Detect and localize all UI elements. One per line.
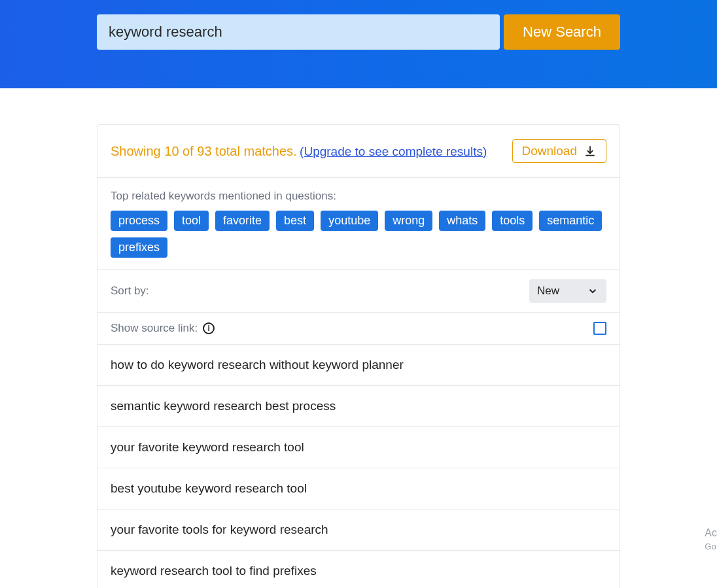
- watermark: Ac Go: [705, 526, 717, 553]
- result-item[interactable]: semantic keyword research best process: [97, 386, 620, 427]
- related-tags: process tool favorite best youtube wrong…: [111, 211, 606, 258]
- result-item[interactable]: your favorite keyword research tool: [97, 427, 620, 468]
- search-bar: New Search: [97, 14, 620, 50]
- tag-prefixes[interactable]: prefixes: [111, 237, 167, 258]
- show-source-label: Show source link:: [111, 322, 198, 335]
- summary-left: Showing 10 of 93 total matches. (Upgrade…: [111, 144, 487, 159]
- result-item[interactable]: how to do keyword research without keywo…: [97, 345, 620, 386]
- content-area: Showing 10 of 93 total matches. (Upgrade…: [0, 88, 717, 588]
- tag-semantic[interactable]: semantic: [539, 211, 602, 231]
- result-item[interactable]: keyword research tool to find prefixes: [97, 551, 620, 588]
- show-source-left: Show source link: i: [111, 322, 215, 335]
- result-item[interactable]: your favorite tools for keyword research: [97, 510, 620, 551]
- sort-label: Sort by:: [111, 285, 149, 298]
- tag-best[interactable]: best: [276, 211, 314, 231]
- upgrade-link[interactable]: (Upgrade to see complete results): [300, 145, 487, 158]
- sort-select[interactable]: New: [529, 279, 606, 303]
- header-search-bar: New Search: [0, 0, 717, 88]
- related-keywords-row: Top related keywords mentioned in questi…: [97, 178, 620, 270]
- result-item[interactable]: best youtube keyword research tool: [97, 468, 620, 510]
- search-input[interactable]: [97, 14, 500, 50]
- tag-youtube[interactable]: youtube: [321, 211, 378, 231]
- summary-row: Showing 10 of 93 total matches. (Upgrade…: [97, 125, 620, 178]
- tag-whats[interactable]: whats: [439, 211, 485, 231]
- tag-favorite[interactable]: favorite: [215, 211, 270, 231]
- matches-count-text: Showing 10 of 93 total matches.: [111, 144, 297, 158]
- tag-wrong[interactable]: wrong: [385, 211, 432, 231]
- show-source-row: Show source link: i: [97, 313, 620, 345]
- sort-selected-value: New: [537, 285, 559, 298]
- watermark-line2: Go: [705, 541, 717, 553]
- tag-tools[interactable]: tools: [492, 211, 533, 231]
- tag-process[interactable]: process: [111, 211, 167, 231]
- chevron-down-icon: [587, 285, 599, 297]
- info-icon[interactable]: i: [203, 322, 215, 334]
- results-panel: Showing 10 of 93 total matches. (Upgrade…: [97, 124, 620, 588]
- related-heading: Top related keywords mentioned in questi…: [111, 190, 606, 203]
- download-button[interactable]: Download: [512, 139, 607, 163]
- download-button-label: Download: [522, 144, 578, 158]
- show-source-checkbox[interactable]: [593, 322, 606, 335]
- tag-tool[interactable]: tool: [174, 211, 209, 231]
- watermark-line1: Ac: [705, 526, 717, 540]
- sort-row: Sort by: New: [97, 270, 620, 313]
- new-search-button[interactable]: New Search: [504, 14, 620, 50]
- download-icon: [584, 145, 597, 158]
